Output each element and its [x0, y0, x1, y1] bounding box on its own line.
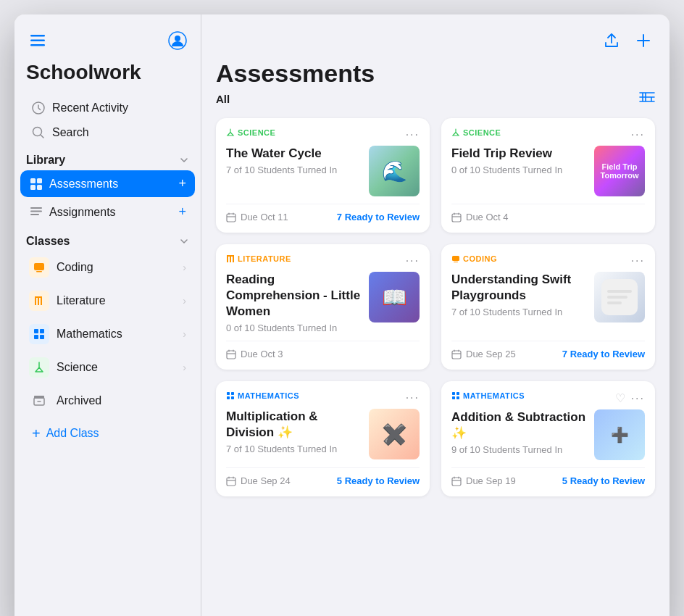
- subject-label: Mathematics: [463, 391, 525, 400]
- svg-rect-0: [30, 35, 45, 37]
- nav-item-search[interactable]: Search: [20, 120, 195, 145]
- coding-class-icon: [29, 257, 49, 278]
- literature-class-icon: [29, 291, 49, 311]
- card-review[interactable]: 5 Ready to Review: [337, 475, 420, 486]
- svg-rect-49: [452, 478, 461, 486]
- svg-rect-21: [40, 329, 44, 333]
- svg-rect-22: [34, 335, 38, 339]
- assessments-add-btn[interactable]: +: [178, 176, 186, 191]
- sidebar-top: [14, 14, 201, 58]
- svg-rect-7: [30, 178, 36, 183]
- card-info: Field Trip Review 0 of 10 Students Turne…: [451, 146, 588, 175]
- subject-tag: Science: [226, 128, 275, 137]
- due-date: Due Sep 19: [466, 475, 516, 486]
- card-subtitle: 7 of 10 Students Turned In: [226, 165, 363, 175]
- svg-rect-48: [456, 396, 459, 399]
- card-swift-playgrounds[interactable]: Coding ··· Understanding Swift Playgroun…: [441, 244, 655, 370]
- card-more-btn[interactable]: ···: [631, 392, 645, 405]
- card-review[interactable]: 5 Ready to Review: [562, 475, 645, 486]
- card-addition-subtraction[interactable]: Mathematics ♡ ··· Addition & Subtraction…: [441, 381, 655, 496]
- svg-rect-36: [607, 290, 632, 293]
- svg-rect-42: [227, 396, 230, 399]
- card-review[interactable]: 7 Ready to Review: [562, 349, 645, 359]
- class-item-coding[interactable]: Coding ›: [20, 251, 195, 283]
- filter-icon-btn[interactable]: [639, 91, 655, 107]
- svg-rect-46: [456, 392, 459, 395]
- recent-activity-label: Recent Activity: [52, 101, 128, 115]
- card-more-btn[interactable]: ···: [406, 391, 420, 404]
- svg-rect-20: [34, 329, 38, 333]
- plus-icon: [635, 33, 651, 49]
- add-class-btn[interactable]: + Add Class: [20, 420, 195, 446]
- card-field-trip[interactable]: Science ··· Field Trip Review 0 of 10 St…: [441, 118, 655, 233]
- card-footer: Due Sep 24 5 Ready to Review: [226, 467, 420, 486]
- due-date: Due Oct 3: [241, 349, 283, 359]
- svg-rect-1: [30, 40, 45, 42]
- assessments-icon: [29, 177, 43, 191]
- classes-chevron-icon: [179, 236, 189, 246]
- svg-rect-9: [30, 185, 36, 190]
- svg-rect-14: [34, 263, 44, 270]
- svg-rect-32: [227, 351, 235, 359]
- sidebar-toggle-btn[interactable]: [26, 29, 49, 52]
- profile-btn[interactable]: [166, 29, 189, 52]
- card-review[interactable]: 7 Ready to Review: [337, 212, 420, 222]
- card-due: Due Oct 4: [451, 212, 509, 222]
- card-more-btn[interactable]: ···: [406, 254, 420, 267]
- assignments-icon: [29, 205, 43, 220]
- class-item-science[interactable]: Science ›: [20, 351, 195, 383]
- content-area: Assessments All: [201, 52, 670, 616]
- card-footer: Due Sep 19 5 Ready to Review: [451, 467, 645, 486]
- class-item-literature[interactable]: Literature ›: [20, 285, 195, 317]
- add-class-icon: +: [32, 426, 41, 441]
- subject-label: Science: [238, 128, 275, 137]
- class-item-mathematics[interactable]: Mathematics ›: [20, 318, 195, 350]
- library-item-assignments[interactable]: Assignments +: [20, 199, 195, 225]
- subject-label: Coding: [463, 254, 497, 263]
- classes-section-header: Classes: [14, 226, 201, 251]
- svg-rect-12: [30, 210, 42, 212]
- library-section-header: Library: [14, 145, 201, 170]
- card-reading-comprehension[interactable]: Literature ··· Reading Comprehension - L…: [216, 244, 430, 370]
- clock-icon: [32, 101, 45, 115]
- search-icon: [32, 126, 45, 139]
- calendar-icon: [451, 476, 462, 486]
- card-footer: Due Oct 4: [451, 204, 645, 222]
- archived-item[interactable]: Archived: [20, 385, 195, 417]
- library-item-assessments[interactable]: Assessments +: [20, 170, 195, 197]
- main-header: [201, 14, 670, 52]
- literature-left: Literature: [29, 291, 106, 311]
- svg-rect-43: [231, 396, 234, 399]
- card-thumbnail: 🌊: [369, 146, 420, 196]
- sliders-icon: [639, 91, 655, 104]
- card-info: Understanding Swift Playgrounds 7 of 10 …: [451, 272, 588, 317]
- card-more-btn[interactable]: ···: [631, 254, 645, 267]
- science-chevron-icon: ›: [183, 362, 186, 373]
- science-tag-icon2: [451, 128, 460, 137]
- card-multiplication-division[interactable]: Mathematics ··· Multiplication & Divisio…: [216, 381, 430, 496]
- due-date: Due Oct 4: [466, 212, 509, 222]
- card-more-btn[interactable]: ···: [631, 128, 645, 141]
- assessments-left: Assessments: [29, 177, 118, 191]
- card-due: Due Sep 25: [451, 349, 516, 359]
- main-content: Assessments All: [201, 14, 670, 616]
- due-date: Due Oct 11: [241, 212, 288, 222]
- card-more-btn[interactable]: ···: [406, 128, 420, 141]
- card-top-actions: ♡ ···: [615, 391, 645, 405]
- card-title: The Water Cycle: [226, 146, 363, 162]
- share-btn[interactable]: [600, 29, 623, 52]
- svg-rect-44: [227, 478, 235, 486]
- calendar-icon: [226, 349, 236, 359]
- card-subtitle: 7 of 10 Students Turned In: [451, 307, 588, 317]
- card-top: Mathematics ···: [226, 391, 420, 404]
- science-left: Science: [29, 357, 98, 378]
- assignments-add-btn[interactable]: +: [178, 204, 186, 220]
- card-thumbnail: 📖: [369, 272, 420, 322]
- card-water-cycle[interactable]: Science ··· The Water Cycle 7 of 10 Stud…: [216, 118, 430, 233]
- card-top: Mathematics ♡ ···: [451, 391, 645, 405]
- literature-label: Literature: [57, 294, 106, 307]
- heart-btn[interactable]: ♡: [615, 391, 625, 405]
- literature-chevron-icon: ›: [183, 295, 186, 307]
- nav-item-recent-activity[interactable]: Recent Activity: [20, 96, 195, 120]
- add-new-btn[interactable]: [632, 29, 655, 52]
